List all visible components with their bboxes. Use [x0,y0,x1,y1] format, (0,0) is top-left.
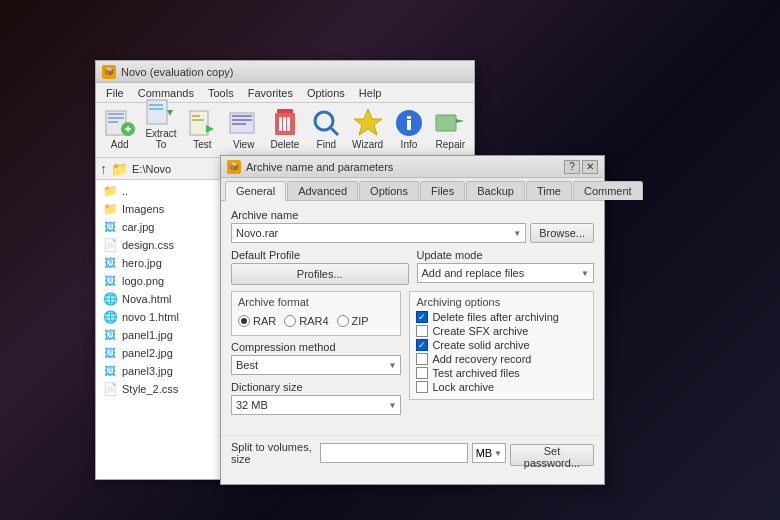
browse-button[interactable]: Browse... [530,223,594,243]
dictionary-dropdown[interactable]: 32 MB ▼ [231,395,401,415]
set-password-button[interactable]: Set password... [510,444,594,466]
default-profile-label: Default Profile [231,249,409,261]
update-mode-value: Add and replace files [422,267,525,279]
rar-label: RAR [253,315,276,327]
recovery-checkbox[interactable] [416,353,428,365]
tab-comment[interactable]: Comment [573,181,643,200]
compression-value: Best [236,359,258,371]
archive-name-value: Novo.rar [236,227,278,239]
checkbox-test[interactable]: Test archived files [416,367,587,379]
dialog-help-button[interactable]: ? [564,160,580,174]
delete-label: Delete [271,139,300,150]
svg-rect-6 [127,126,129,132]
dictionary-label: Dictionary size [231,381,401,393]
zip-radio[interactable] [337,315,349,327]
format-rar[interactable]: RAR [238,315,276,327]
archive-name-input[interactable]: Novo.rar ▼ [231,223,526,243]
toolbar-view[interactable]: View [224,104,263,153]
compression-dropdown[interactable]: Best ▼ [231,355,401,375]
panel1-file-icon: 🖼 [102,328,118,342]
delete-icon [269,107,301,139]
recovery-label: Add recovery record [432,353,531,365]
svg-rect-10 [149,108,163,110]
logo-file-icon: 🖼 [102,274,118,288]
tab-time[interactable]: Time [526,181,572,200]
solid-checkbox[interactable] [416,339,428,351]
svg-rect-17 [232,119,252,121]
svg-rect-2 [108,117,124,119]
dialog-close-button[interactable]: ✕ [582,160,598,174]
title-bar: 📦 Novo (evaluation copy) [96,61,474,83]
zip-label: ZIP [352,315,369,327]
add-icon [104,107,136,139]
svg-marker-8 [167,110,173,116]
menu-options[interactable]: Options [301,86,351,100]
imagens-folder-icon: 📁 [102,202,118,216]
rar-radio[interactable] [238,315,250,327]
archive-name-field: Novo.rar ▼ Browse... [231,223,594,243]
menu-help[interactable]: Help [353,86,388,100]
tab-general[interactable]: General [225,181,286,201]
delete-after-label: Delete files after archiving [432,311,559,323]
car-file-name: car.jpg [122,221,154,233]
test-archived-checkbox[interactable] [416,367,428,379]
svg-rect-16 [232,115,252,117]
info-label: Info [401,139,418,150]
dialog-title-bar: 📦 Archive name and parameters ? ✕ [221,156,604,178]
update-mode-dropdown[interactable]: Add and replace files ▼ [417,263,595,283]
toolbar-find[interactable]: Find [307,104,346,153]
checkbox-solid[interactable]: Create solid archive [416,339,587,351]
view-icon [228,107,260,139]
app-icon: 📦 [102,65,116,79]
toolbar-info[interactable]: Info [389,104,428,153]
toolbar-repair[interactable]: Repair [431,104,470,153]
split-input[interactable] [320,443,468,463]
toolbar-test[interactable]: Test [183,104,222,153]
checkbox-recovery[interactable]: Add recovery record [416,353,587,365]
checkbox-sfx[interactable]: Create SFX archive [416,325,587,337]
sfx-checkbox[interactable] [416,325,428,337]
parent-folder-name: .. [122,185,128,197]
toolbar-extract[interactable]: Extract To [141,93,180,153]
archive-dialog: 📦 Archive name and parameters ? ✕ Genera… [220,155,605,485]
profiles-button[interactable]: Profiles... [231,263,409,285]
format-zip[interactable]: ZIP [337,315,369,327]
archive-name-arrow: ▼ [513,229,521,238]
dictionary-value: 32 MB [236,399,268,411]
hero-file-name: hero.jpg [122,257,162,269]
toolbar-wizard[interactable]: Wizard [348,104,387,153]
rar4-radio[interactable] [284,315,296,327]
menu-tools[interactable]: Tools [202,86,240,100]
dialog-bottom: Split to volumes, size MB ▼ Set password… [221,435,604,470]
svg-rect-18 [232,123,246,125]
menu-file[interactable]: File [100,86,130,100]
svg-rect-19 [277,109,293,113]
tab-backup[interactable]: Backup [466,181,525,200]
checkbox-delete-after[interactable]: Delete files after archiving [416,311,587,323]
folder-icon: 📁 [111,161,128,177]
tab-options[interactable]: Options [359,181,419,200]
toolbar-delete[interactable]: Delete [265,104,304,153]
checkbox-lock[interactable]: Lock archive [416,381,587,393]
archiving-options-title: Archiving options [416,296,587,308]
repair-icon [434,107,466,139]
split-unit-dropdown[interactable]: MB ▼ [472,443,506,463]
menu-favorites[interactable]: Favorites [242,86,299,100]
delete-after-checkbox[interactable] [416,311,428,323]
toolbar-add[interactable]: Add [100,104,139,153]
svg-marker-31 [456,119,464,123]
tab-advanced[interactable]: Advanced [287,181,358,200]
svg-rect-23 [287,117,290,131]
format-rar4[interactable]: RAR4 [284,315,328,327]
solid-label: Create solid archive [432,339,529,351]
tab-files[interactable]: Files [420,181,465,200]
svg-line-25 [331,128,338,135]
navigate-up-icon[interactable]: ↑ [100,161,107,177]
lock-checkbox[interactable] [416,381,428,393]
profile-update-row: Default Profile Profiles... Update mode … [231,249,594,285]
update-mode-arrow: ▼ [581,269,589,278]
svg-rect-12 [192,115,200,117]
svg-rect-1 [108,113,124,115]
parent-folder-icon: 📁 [102,184,118,198]
dictionary-arrow: ▼ [388,401,396,410]
